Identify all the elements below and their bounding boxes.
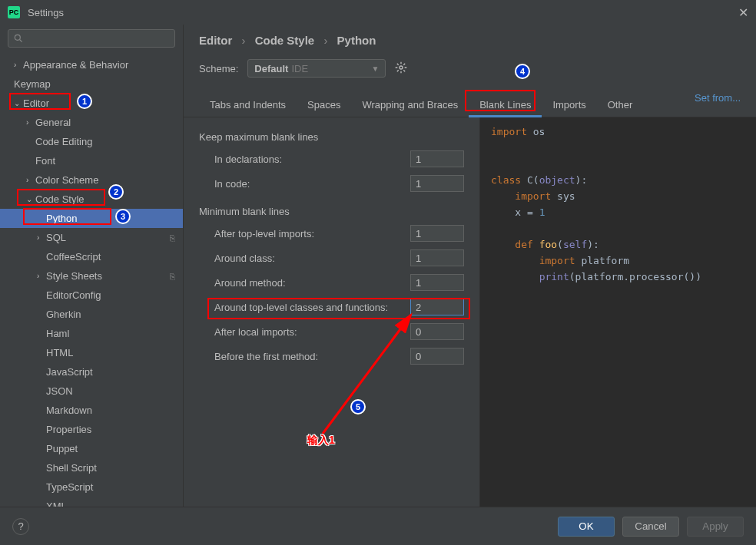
- code-line: import sys: [480, 188, 756, 204]
- chevron-right-icon: ›: [37, 233, 46, 242]
- sidebar-item-appearance-behavior[interactable]: ›Appearance & Behavior: [0, 55, 183, 74]
- tab-blank-lines[interactable]: Blank Lines: [469, 93, 542, 117]
- code-line: import platform: [480, 253, 756, 269]
- code-line: x = 1: [480, 204, 756, 220]
- field-label: Around class:: [214, 253, 410, 264]
- chevron-right-icon: ›: [37, 272, 46, 280]
- svg-point-0: [15, 35, 20, 40]
- sidebar-item-label: Code Editing: [35, 136, 92, 147]
- code-line: class C(object):: [480, 172, 756, 188]
- sidebar-item-label: Shell Script: [46, 462, 97, 474]
- sidebar-item-label: Font: [35, 155, 55, 167]
- min-input-0[interactable]: [410, 225, 464, 242]
- min-row-0: After top-level imports:: [199, 225, 464, 242]
- min-input-1[interactable]: [410, 249, 464, 266]
- code-line: import os: [480, 124, 756, 140]
- sidebar-item-properties[interactable]: Properties: [0, 420, 183, 439]
- min-row-5: Before the first method:: [199, 348, 464, 365]
- field-label: Around top-level classes and functions:: [214, 302, 410, 313]
- sidebar-item-javascript[interactable]: JavaScript: [0, 362, 183, 382]
- search-input[interactable]: [8, 29, 175, 48]
- help-button[interactable]: ?: [12, 518, 29, 535]
- min-input-4[interactable]: [410, 323, 464, 340]
- form-pane: Keep maximum blank lines In declarations…: [184, 117, 479, 507]
- sidebar-item-typescript[interactable]: TypeScript: [0, 477, 183, 497]
- cancel-button[interactable]: Cancel: [622, 517, 679, 537]
- sidebar-item-puppet[interactable]: Puppet: [0, 439, 183, 458]
- tab-spaces[interactable]: Spaces: [297, 93, 351, 117]
- min-row-1: Around class:: [199, 249, 464, 266]
- sidebar-item-label: EditorConfig: [46, 289, 101, 301]
- apply-button[interactable]: Apply: [687, 517, 744, 537]
- sidebar-item-label: JSON: [46, 385, 73, 397]
- min-row-4: After local imports:: [199, 323, 464, 340]
- sidebar-item-label: General: [35, 117, 71, 128]
- sidebar-item-label: Appearance & Behavior: [23, 59, 128, 71]
- sidebar-item-label: Color Scheme: [35, 174, 98, 186]
- sidebar-item-html[interactable]: HTML: [0, 343, 183, 362]
- sidebar-item-label: Haml: [46, 328, 69, 339]
- chevron-right-icon: ›: [242, 34, 246, 47]
- set-from-link[interactable]: Set from...: [695, 92, 741, 104]
- breadcrumb-codestyle[interactable]: Code Style: [255, 34, 315, 47]
- breadcrumb-editor[interactable]: Editor: [199, 34, 232, 47]
- copy-icon: ⎘: [170, 272, 175, 281]
- sidebar-item-json[interactable]: JSON: [0, 382, 183, 401]
- sidebar-item-label: Python: [46, 213, 77, 224]
- sidebar-item-coffeescript[interactable]: CoffeeScript: [0, 247, 183, 266]
- sidebar-item-editor[interactable]: ⌄Editor: [0, 94, 183, 113]
- min-input-5[interactable]: [410, 348, 464, 365]
- sidebar-item-label: TypeScript: [46, 481, 93, 493]
- sidebar-item-code-editing[interactable]: Code Editing: [0, 132, 183, 151]
- section-min-title: Minimum blank lines: [199, 206, 464, 217]
- code-line: print(platform.processor()): [480, 269, 756, 285]
- max-row-0: In declarations:: [199, 150, 464, 167]
- max-row-1: In code:: [199, 175, 464, 192]
- max-input-1[interactable]: [410, 175, 464, 192]
- field-label: In code:: [214, 178, 410, 190]
- gear-icon[interactable]: [395, 61, 407, 76]
- breadcrumb-python: Python: [337, 34, 376, 47]
- sidebar-item-shell-script[interactable]: Shell Script: [0, 458, 183, 477]
- tab-wrapping-and-braces[interactable]: Wrapping and Braces: [351, 93, 469, 117]
- code-line: [480, 156, 756, 172]
- sidebar-item-label: Code Style: [35, 193, 85, 205]
- sidebar-item-keymap[interactable]: Keymap: [0, 74, 183, 94]
- app-logo: PC: [8, 6, 20, 18]
- sidebar-item-label: CoffeeScript: [46, 251, 101, 263]
- sidebar-item-font[interactable]: Font: [0, 151, 183, 170]
- field-label: After local imports:: [214, 326, 410, 338]
- code-line: def foo(self):: [480, 236, 756, 253]
- sidebar-item-sql[interactable]: ›SQL⎘: [0, 228, 183, 247]
- chevron-right-icon: ›: [323, 34, 327, 47]
- tab-other[interactable]: Other: [597, 93, 644, 117]
- sidebar-item-code-style[interactable]: ⌄Code Style: [0, 190, 183, 209]
- sidebar-item-general[interactable]: ›General: [0, 113, 183, 132]
- min-input-2[interactable]: [410, 274, 464, 291]
- code-preview: import os class C(object): import sys x …: [479, 117, 756, 507]
- ok-button[interactable]: OK: [558, 517, 615, 537]
- sidebar-item-haml[interactable]: Haml: [0, 324, 183, 343]
- sidebar-item-editorconfig[interactable]: EditorConfig: [0, 286, 183, 305]
- close-icon[interactable]: ✕: [738, 5, 748, 20]
- search-icon: [13, 33, 24, 44]
- max-input-0[interactable]: [410, 150, 464, 167]
- sidebar-item-gherkin[interactable]: Gherkin: [0, 305, 183, 324]
- sidebar-item-color-scheme[interactable]: ›Color Scheme: [0, 170, 183, 190]
- code-line: [480, 220, 756, 236]
- sidebar-item-style-sheets[interactable]: ›Style Sheets⎘: [0, 266, 183, 286]
- chevron-right-icon: ›: [14, 61, 23, 69]
- sidebar-item-label: XML: [46, 500, 67, 507]
- scheme-select[interactable]: DefaultIDE ▼: [247, 59, 386, 78]
- chevron-down-icon: ⌄: [14, 99, 23, 107]
- tab-tabs-and-indents[interactable]: Tabs and Indents: [199, 93, 297, 117]
- tab-imports[interactable]: Imports: [542, 93, 596, 117]
- sidebar-item-markdown[interactable]: Markdown: [0, 401, 183, 420]
- sidebar-item-label: Puppet: [46, 443, 78, 454]
- min-input-3[interactable]: [410, 299, 464, 315]
- sidebar-item-python[interactable]: Python: [0, 209, 183, 228]
- chevron-right-icon: ›: [26, 176, 35, 184]
- sidebar-item-xml[interactable]: XML: [0, 497, 183, 507]
- scheme-name: Default: [254, 63, 288, 74]
- sidebar-item-label: Gherkin: [46, 309, 81, 320]
